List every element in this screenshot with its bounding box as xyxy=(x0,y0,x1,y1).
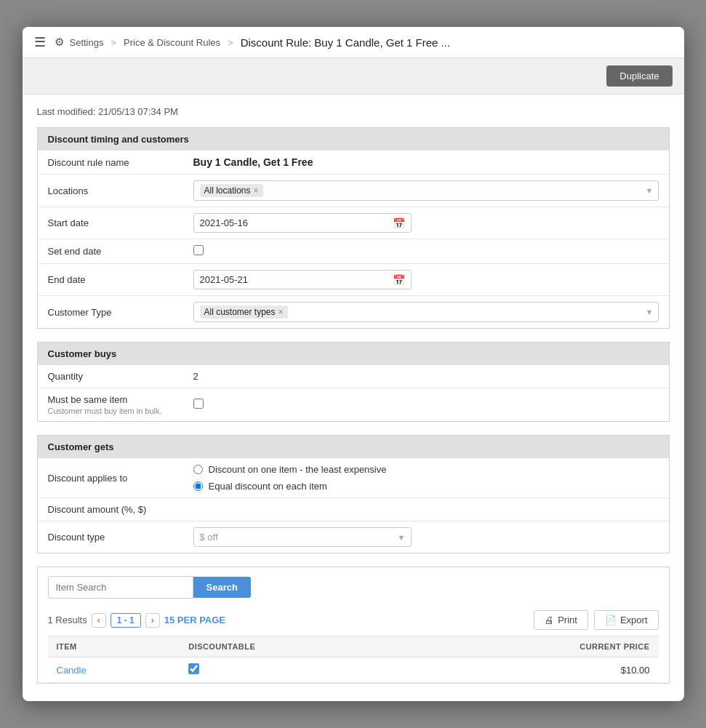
col-price-header: CURRENT PRICE xyxy=(414,636,658,657)
table-row: Candle$10.00 xyxy=(48,657,659,683)
pagination-bar: 1 Results ‹ 1 - 1 › 15 PER PAGE 🖨 Print … xyxy=(48,606,659,636)
locations-row: Locations All locations × ▼ xyxy=(38,175,669,207)
rule-name-value: Buy 1 Candle, Get 1 Free xyxy=(193,156,659,168)
discount-type-value: $ off ▼ xyxy=(193,527,659,547)
print-icon: 🖨 xyxy=(545,615,554,625)
search-section: Search 1 Results ‹ 1 - 1 › 15 PER PAGE 🖨… xyxy=(37,567,670,684)
hamburger-icon[interactable]: ☰ xyxy=(34,34,46,50)
radio-least-expensive[interactable] xyxy=(193,465,203,474)
same-item-row: Must be same item Customer must buy item… xyxy=(38,388,669,421)
last-modified: Last modified: 21/05/13 07:34 PM xyxy=(37,106,670,117)
start-date-calendar-icon: 📅 xyxy=(393,217,405,229)
breadcrumb-sep-1: > xyxy=(111,37,116,48)
locations-label: Locations xyxy=(48,185,193,196)
start-date-text: 2021-05-16 xyxy=(200,217,249,228)
customer-type-dropdown-arrow: ▼ xyxy=(646,308,654,316)
same-item-sub: Customer must buy item in bulk. xyxy=(48,407,193,415)
customer-buys-section: Customer buys Quantity 2 Must be same it… xyxy=(37,342,670,422)
customer-type-value: All customer types × ▼ xyxy=(193,302,659,322)
timing-section-header: Discount timing and customers xyxy=(38,128,669,151)
radio-option-least-expensive[interactable]: Discount on one item - the least expensi… xyxy=(193,464,659,475)
prev-page-button[interactable]: ‹ xyxy=(92,613,106,628)
end-date-calendar-icon: 📅 xyxy=(393,274,405,286)
discount-type-select[interactable]: $ off xyxy=(193,527,412,547)
radio-equal-label: Equal discount on each item xyxy=(209,481,327,492)
customer-gets-header: Customer gets xyxy=(38,436,669,458)
end-date-input[interactable]: 2021-05-21 📅 xyxy=(193,270,412,289)
radio-equal[interactable] xyxy=(193,481,203,491)
main-content: Last modified: 21/05/13 07:34 PM Discoun… xyxy=(23,95,684,701)
discount-amount-label: Discount amount (%, $) xyxy=(48,504,193,515)
start-date-label: Start date xyxy=(48,217,193,228)
locations-tag-remove[interactable]: × xyxy=(254,185,259,196)
discount-applies-row: Discount applies to Discount on one item… xyxy=(38,458,669,498)
set-end-date-value xyxy=(193,245,659,257)
discount-applies-radio-group: Discount on one item - the least expensi… xyxy=(193,464,659,492)
breadcrumb-sep-2: > xyxy=(228,37,233,48)
pagination-right: 🖨 Print 📄 Export xyxy=(534,610,658,630)
discount-amount-row: Discount amount (%, $) xyxy=(38,498,669,521)
discount-applies-value: Discount on one item - the least expensi… xyxy=(193,464,659,492)
end-date-value: 2021-05-21 📅 xyxy=(193,270,659,289)
page-current: 1 - 1 xyxy=(111,613,141,628)
search-input[interactable] xyxy=(48,576,193,599)
end-date-label: End date xyxy=(48,274,193,285)
end-date-row: End date 2021-05-21 📅 xyxy=(38,264,669,296)
header-bar: ☰ ⚙ Settings > Price & Discount Rules > … xyxy=(23,27,684,58)
export-button[interactable]: 📄 Export xyxy=(594,610,659,630)
main-window: ☰ ⚙ Settings > Price & Discount Rules > … xyxy=(23,27,684,701)
customer-buys-header: Customer buys xyxy=(38,343,669,365)
customer-type-tag: All customer types × xyxy=(200,305,288,319)
end-date-text: 2021-05-21 xyxy=(200,274,249,285)
export-label: Export xyxy=(620,615,648,625)
search-bar: Search xyxy=(48,576,659,599)
print-button[interactable]: 🖨 Print xyxy=(534,610,588,630)
locations-value: All locations × ▼ xyxy=(193,180,659,201)
discount-applies-label: Discount applies to xyxy=(48,473,193,484)
locations-dropdown-arrow: ▼ xyxy=(646,186,654,195)
quantity-label: Quantity xyxy=(48,371,193,382)
table-cell-price: $10.00 xyxy=(414,657,658,683)
customer-gets-section: Customer gets Discount applies to Discou… xyxy=(37,435,670,553)
print-label: Print xyxy=(558,615,577,625)
col-item-header: ITEM xyxy=(48,636,180,657)
start-date-input[interactable]: 2021-05-16 📅 xyxy=(193,213,412,233)
locations-tag: All locations × xyxy=(200,184,263,197)
discount-type-select-wrapper: $ off ▼ xyxy=(193,527,412,547)
start-date-value: 2021-05-16 📅 xyxy=(193,213,659,233)
items-table: ITEM DISCOUNTABLE CURRENT PRICE Candle$1… xyxy=(48,636,659,683)
start-date-row: Start date 2021-05-16 📅 xyxy=(38,207,669,239)
customer-type-row: Customer Type All customer types × ▼ xyxy=(38,296,669,328)
customer-type-tag-remove[interactable]: × xyxy=(278,307,284,317)
breadcrumb-price-rules[interactable]: Price & Discount Rules xyxy=(124,37,220,48)
customer-type-tag-field[interactable]: All customer types × ▼ xyxy=(193,302,659,322)
locations-tag-field[interactable]: All locations × ▼ xyxy=(193,180,659,201)
per-page-selector[interactable]: 15 PER PAGE xyxy=(164,615,225,625)
export-icon: 📄 xyxy=(605,615,617,625)
set-end-date-label: Set end date xyxy=(48,246,193,257)
page-title: Discount Rule: Buy 1 Candle, Get 1 Free … xyxy=(241,36,450,49)
rule-name-row: Discount rule name Buy 1 Candle, Get 1 F… xyxy=(38,151,669,175)
same-item-checkbox[interactable] xyxy=(193,399,204,409)
results-count: 1 Results xyxy=(48,615,87,625)
same-item-value xyxy=(193,399,659,411)
radio-option-equal[interactable]: Equal discount on each item xyxy=(193,481,659,492)
set-end-date-checkbox[interactable] xyxy=(193,245,204,255)
breadcrumb-settings[interactable]: Settings xyxy=(70,37,104,48)
item-link[interactable]: Candle xyxy=(57,665,87,676)
gear-icon: ⚙ xyxy=(55,36,64,49)
pagination-left: 1 Results ‹ 1 - 1 › 15 PER PAGE xyxy=(48,613,226,628)
duplicate-button[interactable]: Duplicate xyxy=(606,65,672,87)
quantity-value: 2 xyxy=(193,371,659,382)
next-page-button[interactable]: › xyxy=(145,613,160,628)
locations-tag-input[interactable]: All locations × ▼ xyxy=(193,180,659,201)
table-header-row: ITEM DISCOUNTABLE CURRENT PRICE xyxy=(48,636,659,657)
discountable-checkbox[interactable] xyxy=(188,663,199,674)
discount-type-label: Discount type xyxy=(48,532,193,543)
toolbar: Duplicate xyxy=(23,58,684,95)
col-discountable-header: DISCOUNTABLE xyxy=(180,636,414,657)
set-end-date-row: Set end date xyxy=(38,239,669,264)
customer-type-tag-input[interactable]: All customer types × ▼ xyxy=(193,302,659,322)
search-button[interactable]: Search xyxy=(193,577,251,598)
table-cell-discountable xyxy=(180,657,414,683)
